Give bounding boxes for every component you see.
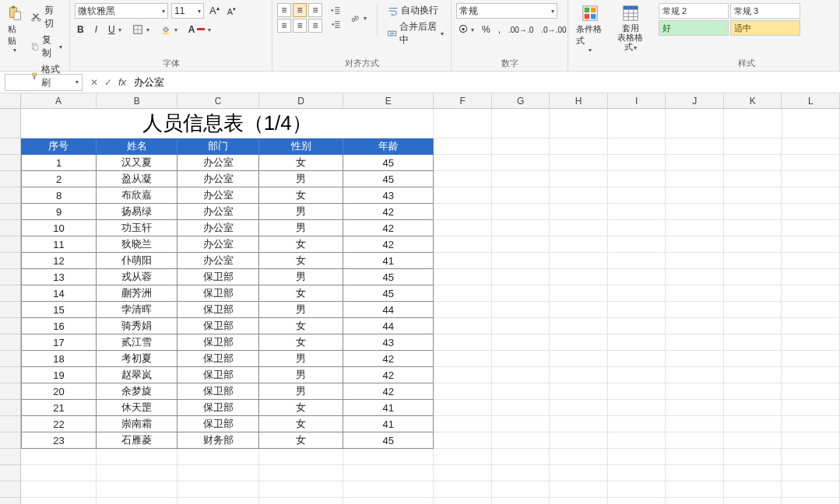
cell[interactable] — [666, 302, 724, 318]
col-header-E[interactable]: E — [343, 93, 434, 108]
table-cell[interactable]: 44 — [343, 318, 434, 334]
table-header-cell[interactable]: 序号 — [21, 138, 97, 155]
table-cell[interactable]: 22 — [21, 416, 97, 432]
table-cell[interactable]: 男 — [259, 269, 343, 285]
cell[interactable] — [97, 465, 178, 481]
cell[interactable] — [434, 498, 492, 504]
row-header[interactable] — [0, 498, 21, 504]
cell[interactable] — [608, 367, 666, 383]
cell[interactable] — [97, 498, 178, 504]
table-cell[interactable]: 45 — [343, 155, 434, 171]
cell[interactable] — [782, 383, 840, 400]
row-header[interactable] — [0, 416, 21, 432]
cell[interactable] — [608, 383, 666, 400]
table-cell[interactable]: 42 — [343, 351, 434, 367]
confirm-formula-button[interactable]: ✓ — [101, 74, 115, 91]
cell[interactable] — [177, 465, 259, 481]
table-cell[interactable]: 男 — [259, 220, 343, 236]
table-cell[interactable]: 休天罡 — [97, 400, 178, 416]
cell[interactable] — [666, 269, 724, 285]
cell[interactable] — [492, 109, 550, 138]
cell[interactable] — [608, 285, 666, 302]
cell[interactable] — [434, 367, 492, 383]
table-cell[interactable]: 男 — [259, 383, 343, 400]
cell[interactable] — [492, 334, 550, 351]
table-cell[interactable]: 女 — [259, 155, 343, 171]
cell[interactable] — [550, 302, 608, 318]
cell[interactable] — [608, 253, 666, 269]
col-header-B[interactable]: B — [97, 93, 178, 108]
cell[interactable] — [608, 465, 666, 481]
table-cell[interactable]: 42 — [343, 367, 434, 383]
cell[interactable] — [550, 334, 608, 351]
cell[interactable] — [608, 416, 666, 432]
cell[interactable] — [782, 481, 840, 498]
cell[interactable] — [492, 204, 550, 220]
cell[interactable] — [782, 400, 840, 416]
spreadsheet-grid[interactable]: A B C D E F G H I J K L 人员信息表（1/4）序号姓名部门… — [0, 93, 840, 504]
row-header[interactable] — [0, 449, 21, 465]
table-cell[interactable]: 扬易绿 — [97, 204, 178, 220]
cell[interactable] — [492, 187, 550, 204]
cell[interactable] — [666, 416, 724, 432]
decrease-decimal-button[interactable]: .0→.00 — [539, 23, 568, 36]
cell[interactable] — [259, 465, 343, 481]
increase-font-button[interactable]: A▴ — [207, 4, 222, 17]
cell[interactable] — [782, 351, 840, 367]
cell[interactable] — [782, 449, 840, 465]
cell[interactable] — [550, 269, 608, 285]
format-painter-button[interactable]: 格式刷 — [29, 62, 65, 90]
cell[interactable] — [434, 109, 492, 138]
cell[interactable] — [608, 302, 666, 318]
cell[interactable] — [608, 155, 666, 171]
cell[interactable] — [782, 138, 840, 155]
cell[interactable] — [724, 432, 782, 449]
cell[interactable] — [608, 204, 666, 220]
cell[interactable] — [782, 302, 840, 318]
row-header[interactable] — [0, 285, 21, 302]
table-cell[interactable]: 汉又夏 — [97, 155, 178, 171]
cell[interactable] — [724, 236, 782, 253]
table-cell[interactable]: 41 — [343, 400, 434, 416]
font-size-select[interactable]: 11▾ — [171, 3, 204, 19]
comma-button[interactable]: , — [496, 23, 503, 36]
table-cell[interactable]: 办公室 — [177, 236, 259, 253]
table-cell[interactable]: 仆萌阳 — [97, 253, 178, 269]
cell[interactable] — [608, 351, 666, 367]
cell[interactable] — [550, 204, 608, 220]
cell[interactable] — [550, 187, 608, 204]
cell[interactable] — [177, 498, 259, 504]
underline-button[interactable]: U▾ — [106, 23, 124, 36]
cell[interactable] — [782, 367, 840, 383]
cell[interactable] — [492, 318, 550, 334]
align-top-center[interactable]: ≡ — [293, 3, 307, 17]
cell[interactable] — [97, 449, 178, 465]
cell[interactable] — [21, 449, 97, 465]
table-cell[interactable]: 男 — [259, 302, 343, 318]
font-color-button[interactable]: A ▾ — [186, 23, 214, 36]
table-header-cell[interactable]: 年龄 — [343, 138, 434, 155]
cell[interactable] — [434, 318, 492, 334]
cell[interactable] — [724, 171, 782, 187]
cell[interactable] — [724, 138, 782, 155]
table-cell[interactable]: 保卫部 — [177, 269, 259, 285]
cell[interactable] — [666, 383, 724, 400]
cell[interactable] — [434, 204, 492, 220]
cell[interactable] — [608, 236, 666, 253]
cell[interactable] — [666, 171, 724, 187]
col-header-I[interactable]: I — [608, 93, 666, 108]
cell[interactable] — [434, 481, 492, 498]
table-cell[interactable]: 保卫部 — [177, 400, 259, 416]
cell[interactable] — [492, 449, 550, 465]
cell[interactable] — [550, 367, 608, 383]
table-cell[interactable]: 14 — [21, 285, 97, 302]
row-header[interactable] — [0, 204, 21, 220]
cell[interactable] — [608, 432, 666, 449]
table-cell[interactable]: 44 — [343, 302, 434, 318]
cell[interactable] — [666, 155, 724, 171]
cell[interactable] — [492, 236, 550, 253]
align-top-right[interactable]: ≡ — [308, 3, 322, 17]
table-cell[interactable]: 16 — [21, 318, 97, 334]
cell[interactable] — [666, 318, 724, 334]
cell[interactable] — [259, 498, 343, 504]
